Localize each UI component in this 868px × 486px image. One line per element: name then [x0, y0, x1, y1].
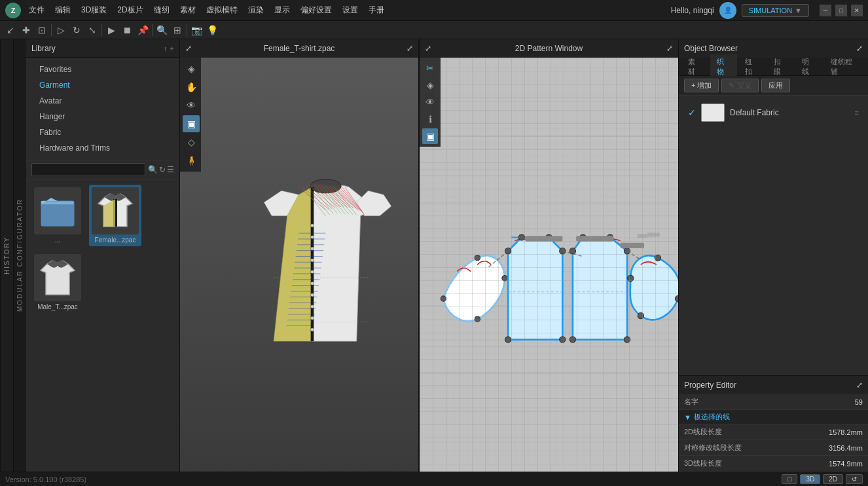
transform-button[interactable]: ⊡	[34, 22, 50, 38]
view-2d-button[interactable]: 2D	[823, 474, 843, 484]
3d-view-select[interactable]: ◈	[183, 60, 200, 77]
prop-row-sym-length: 对称修改线段长度 3156.4mm	[679, 440, 868, 456]
menu-prefs[interactable]: 偏好设置	[300, 5, 332, 16]
menu-material[interactable]: 素材	[180, 5, 196, 16]
pattern-layer-tool[interactable]: ▣	[422, 128, 438, 144]
tab-seam[interactable]: 缝纫程辅	[824, 54, 865, 79]
fabric-swatch	[701, 103, 725, 122]
svg-point-76	[570, 248, 575, 254]
scale-button[interactable]: ⤡	[84, 22, 100, 38]
maximize-button[interactable]: □	[835, 5, 847, 16]
tab-fabric[interactable]: 织物	[710, 54, 738, 79]
prop-row-2d-length: 2D线段长度 1578.2mm	[679, 424, 868, 440]
refresh-view-button[interactable]: ↺	[846, 474, 863, 484]
viewport-3d-header: ⤢ Female_T-shirt.zpac ⤢	[180, 39, 418, 58]
prop-section-selected-lines[interactable]: ▼ 板选择的线	[679, 410, 868, 424]
menu-display[interactable]: 显示	[274, 5, 290, 16]
nav-hanger[interactable]: Hanger	[26, 109, 179, 124]
pattern-piece-sleeve-left[interactable]	[441, 255, 507, 322]
3d-move[interactable]: ✋	[183, 79, 200, 96]
3d-pin-icon[interactable]: ◇	[183, 134, 200, 151]
close-button[interactable]: ✕	[851, 5, 863, 16]
expand-3d-icon[interactable]: ⤢	[185, 44, 192, 53]
user-icon[interactable]: 👤	[719, 2, 736, 19]
menu-avatar[interactable]: 虚拟模特	[206, 5, 238, 16]
svg-point-63	[441, 296, 446, 301]
search-icon[interactable]: 🔍	[148, 165, 158, 174]
add-tool-button[interactable]: ✚	[18, 22, 34, 38]
add-fabric-button[interactable]: + 增加	[684, 79, 719, 92]
menu-sewing[interactable]: 缝纫	[154, 5, 170, 16]
upload-icon[interactable]: ↑	[164, 45, 168, 52]
rotate-button[interactable]: ↻	[69, 22, 84, 38]
nav-fabric[interactable]: Fabric	[26, 124, 179, 140]
menu-settings[interactable]: 设置	[342, 5, 358, 16]
pin-button[interactable]: 📌	[135, 22, 151, 38]
zoom-button[interactable]: 🔍	[154, 22, 170, 38]
expand-obj-icon[interactable]: ⤢	[856, 44, 863, 53]
fabric-item[interactable]: ✓ Default Fabric ≡	[684, 101, 863, 124]
pattern-piece-front-left[interactable]	[505, 234, 566, 343]
list-item[interactable]: ...	[31, 185, 84, 246]
sim-button[interactable]: ▶	[103, 22, 119, 38]
light-button[interactable]: 💡	[204, 22, 220, 38]
expand-pattern-right-icon[interactable]: ⤢	[666, 44, 673, 53]
menu-3dgarment[interactable]: 3D服装	[81, 5, 107, 16]
tab-material[interactable]: 素材	[681, 54, 709, 79]
list-item[interactable]: Female...zpac	[89, 185, 141, 246]
pattern-eye-tool[interactable]: 👁	[422, 94, 438, 110]
nav-hardware[interactable]: Hardware and Trims	[26, 140, 179, 156]
edit-fabric-button[interactable]: ✎ 宝义	[721, 79, 758, 92]
3d-layer-icon[interactable]: ▣	[183, 115, 200, 132]
library-nav: Favorites Garment Avatar Hanger Fabric H…	[26, 58, 179, 160]
nav-garment[interactable]: Garment	[26, 77, 179, 93]
history-sidebar: HISTORY	[0, 39, 13, 472]
tab-topstitch[interactable]: 明线	[795, 54, 823, 79]
simulation-badge[interactable]: SIMULATION ▼	[742, 4, 809, 17]
menu-render[interactable]: 渲染	[248, 5, 264, 16]
menu-2dpattern[interactable]: 2D板片	[117, 5, 143, 16]
view-flat-button[interactable]: □	[782, 474, 797, 484]
menu-help[interactable]: 手册	[369, 5, 384, 16]
menu-file[interactable]: 文件	[29, 5, 45, 16]
expand-pattern-icon[interactable]: ⤢	[425, 44, 431, 53]
minimize-button[interactable]: ─	[820, 5, 831, 16]
apply-fabric-button[interactable]: 应用	[761, 79, 790, 92]
svg-rect-62	[420, 67, 678, 462]
pattern-move-tool[interactable]: ◈	[422, 77, 438, 93]
tab-button[interactable]: 纽扣	[738, 54, 766, 79]
pattern-piece-sleeve-right[interactable]	[628, 255, 678, 320]
svg-point-52	[311, 259, 314, 262]
svg-point-69	[546, 234, 552, 240]
menu-edit[interactable]: 编辑	[55, 5, 71, 16]
select-tool-button[interactable]: ↙	[3, 22, 18, 38]
pattern-info-tool[interactable]: ℹ	[422, 111, 438, 127]
search-input[interactable]	[31, 163, 145, 176]
nav-avatar[interactable]: Avatar	[26, 93, 179, 109]
camera-button[interactable]: 📷	[189, 22, 204, 38]
list-view-icon[interactable]: ☰	[167, 165, 174, 174]
fabric-name: Default Fabric	[730, 108, 779, 117]
view-3d-button[interactable]: 3D	[800, 474, 820, 484]
object-browser-content: ✓ Default Fabric ≡	[679, 96, 868, 375]
refresh-icon[interactable]: ↻	[159, 165, 166, 174]
move-button[interactable]: ▷	[53, 22, 69, 38]
library-title: Library	[31, 44, 56, 53]
expand-3d-right-icon[interactable]: ⤢	[407, 44, 413, 53]
add-icon[interactable]: +	[170, 45, 174, 52]
svg-rect-1	[41, 204, 74, 226]
fit-button[interactable]: ⊞	[170, 22, 185, 38]
expand-prop-icon[interactable]: ⤢	[856, 381, 863, 390]
pattern-piece-front-right[interactable]	[570, 234, 630, 343]
library-header: Library ↑ +	[26, 39, 179, 58]
pattern-select-tool[interactable]: ✂	[422, 60, 438, 76]
fabric-settings-icon[interactable]: ≡	[855, 109, 859, 117]
list-item[interactable]: Male_T...zpac	[31, 252, 84, 313]
pattern-header: ⤢ 2D Pattern Window ⤢	[420, 39, 678, 58]
reset-button[interactable]: ⏹	[119, 22, 135, 38]
property-table: 名字 59 ▼ 板选择的线 2D线段长度 1578.2mm	[679, 394, 868, 472]
nav-favorites[interactable]: Favorites	[26, 62, 179, 77]
tab-buttonhole[interactable]: 扣眼	[767, 54, 795, 79]
3d-eye-icon[interactable]: 👁	[183, 97, 200, 114]
3d-avatar-icon[interactable]: 🧍	[183, 152, 200, 169]
